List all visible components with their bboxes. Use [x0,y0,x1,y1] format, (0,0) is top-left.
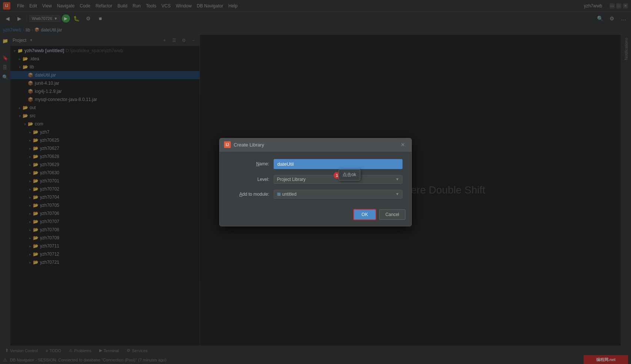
module-select[interactable]: ▦ untitled ▼ [274,190,403,199]
module-value: untitled [282,192,395,197]
modal-overlay: IJ Create Library ✕ Name: Level: Project… [0,0,631,364]
name-label: Name: [228,161,269,166]
dialog-title: Create Library [234,142,396,148]
tooltip-badge: 1 [334,172,340,179]
name-label-text: Name: [256,161,269,166]
level-wrapper: Project Library ▼ 1 点击ok [274,175,403,184]
module-icon: ▦ [277,192,281,196]
dialog-body: Name: Level: Project Library ▼ 1 点击ok [220,152,411,206]
ok-button[interactable]: OK [353,209,376,220]
cancel-button[interactable]: Cancel [379,209,405,220]
name-row: Name: [228,159,403,169]
module-row: Add to module: ▦ untitled ▼ [228,190,403,199]
module-dropdown-icon: ▼ [395,192,399,196]
dialog-footer: OK Cancel [220,206,411,226]
dialog-title-bar: IJ Create Library ✕ [220,138,411,152]
dialog-close-button[interactable]: ✕ [399,141,407,149]
level-row: Level: Project Library ▼ 1 点击ok [228,175,403,184]
module-label: Add to module: [228,192,269,197]
name-input[interactable] [274,159,403,169]
dialog-app-icon: IJ [224,141,231,148]
create-library-dialog: IJ Create Library ✕ Name: Level: Project… [219,138,412,226]
level-label: Level: [228,177,269,182]
level-dropdown-icon: ▼ [395,177,399,181]
